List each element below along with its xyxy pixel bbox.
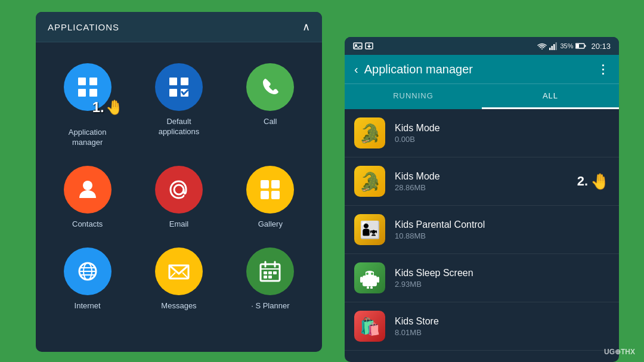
more-options-button[interactable]: ⋮ — [597, 62, 609, 76]
step2-indicator: 2. 🤚 — [577, 172, 609, 191]
gallery-item[interactable]: Gallery — [225, 157, 316, 239]
kids-parental-info: Kids Parental Control 10.88MB — [395, 219, 609, 240]
kids-sleep-name: Kids Sleep Screen — [395, 268, 609, 279]
kids-sleep-item[interactable]: Kids Sleep Screen 2.93MB — [345, 254, 619, 302]
status-time: 20:13 — [591, 42, 611, 51]
kids-mode-size-2: 28.86MB — [395, 183, 577, 192]
gallery-label: Gallery — [258, 219, 283, 230]
svg-rect-3 — [89, 89, 97, 97]
left-phone-panel: APPLICATIONS ∧ 1. 🤚 Applicationmanager — [36, 12, 322, 352]
applications-title: APPLICATIONS — [48, 22, 119, 32]
battery-percent: 35% — [560, 42, 573, 49]
kids-sleep-size: 2.93MB — [395, 280, 609, 289]
status-right-icons: 35% 20:13 — [537, 42, 611, 51]
svg-rect-46 — [377, 277, 379, 283]
svg-rect-6 — [169, 89, 177, 97]
kids-mode-size-1: 0.00B — [395, 135, 609, 144]
svg-rect-0 — [78, 78, 86, 85]
s-planner-icon — [246, 247, 294, 295]
kids-parental-icon: 👨‍👧 — [354, 214, 385, 245]
svg-rect-26 — [264, 271, 267, 274]
envelope-icon — [166, 258, 192, 284]
svg-rect-28 — [273, 271, 277, 274]
svg-rect-31 — [354, 43, 362, 49]
internet-icon — [64, 247, 112, 295]
svg-rect-45 — [360, 277, 363, 283]
wifi-icon — [537, 42, 547, 50]
at-icon — [166, 177, 192, 203]
svg-rect-41 — [585, 45, 586, 47]
download-icon — [365, 42, 373, 49]
s-planner-label: · S Planner — [251, 301, 289, 311]
svg-rect-40 — [576, 44, 579, 48]
kids-mode-item-2[interactable]: 🐊 Kids Mode 28.86MB 2. 🤚 — [345, 157, 619, 206]
gallery-grid-icon — [257, 177, 283, 203]
svg-rect-4 — [169, 78, 177, 85]
kids-mode-item-1[interactable]: 🐊 Kids Mode 0.00B — [345, 109, 619, 157]
tab-running[interactable]: RUNNING — [345, 84, 482, 109]
chevron-up-icon[interactable]: ∧ — [302, 20, 310, 33]
kids-store-size: 8.01MB — [395, 328, 609, 337]
messages-icon — [155, 247, 203, 295]
kids-sleep-icon — [354, 262, 385, 293]
calendar-icon — [257, 258, 283, 284]
svg-rect-30 — [268, 276, 272, 279]
svg-rect-48 — [370, 286, 373, 289]
kids-store-item[interactable]: 🛍️ Kids Store 8.01MB — [345, 302, 619, 351]
kids-mode-icon-1: 🐊 — [354, 117, 385, 148]
app-manager-title: Application manager — [364, 63, 473, 76]
messages-item[interactable]: Messages — [133, 239, 224, 320]
kids-parental-item[interactable]: 👨‍👧 Kids Parental Control 10.88MB — [345, 206, 619, 254]
kids-mode-name-1: Kids Mode — [395, 123, 609, 134]
person-icon — [75, 177, 101, 203]
status-bar: 35% 20:13 — [345, 37, 619, 55]
header-left: ‹ Application manager — [354, 63, 473, 76]
app-manager-item[interactable]: 1. 🤚 Applicationmanager — [42, 54, 133, 157]
call-icon — [246, 63, 294, 111]
email-item[interactable]: Email — [133, 157, 224, 239]
right-phone-panel: 35% 20:13 ‹ Application manager ⋮ RUNNIN… — [345, 37, 619, 362]
internet-item[interactable]: Internet — [42, 239, 133, 320]
default-apps-item[interactable]: Defaultapplications — [133, 54, 224, 157]
tab-all[interactable]: ALL — [482, 84, 619, 109]
svg-rect-12 — [261, 191, 269, 199]
default-apps-label: Defaultapplications — [159, 117, 200, 137]
svg-rect-27 — [268, 271, 272, 274]
kids-mode-info-1: Kids Mode 0.00B — [395, 123, 609, 144]
svg-rect-47 — [367, 286, 369, 289]
email-icon — [155, 166, 203, 214]
svg-rect-1 — [89, 78, 97, 85]
contacts-label: Contacts — [72, 219, 103, 230]
grid-icon — [75, 74, 101, 100]
app-manager-header: ‹ Application manager ⋮ — [345, 55, 619, 83]
svg-rect-5 — [181, 78, 188, 85]
svg-rect-10 — [261, 180, 269, 188]
grid-check-icon — [166, 74, 192, 100]
kids-mode-info-2: Kids Mode 28.86MB — [395, 171, 577, 192]
apps-grid: 1. 🤚 Applicationmanager Defaultapplicati… — [36, 42, 322, 332]
call-label: Call — [264, 117, 277, 127]
gallery-icon — [246, 166, 294, 214]
contacts-item[interactable]: Contacts — [42, 157, 133, 239]
back-button[interactable]: ‹ — [354, 63, 358, 76]
svg-rect-38 — [556, 42, 558, 50]
svg-rect-11 — [271, 180, 280, 188]
internet-label: Internet — [75, 301, 101, 311]
svg-rect-2 — [78, 89, 86, 97]
call-item[interactable]: Call — [225, 54, 316, 157]
svg-rect-35 — [549, 48, 551, 50]
email-label: Email — [169, 219, 189, 230]
svg-point-43 — [366, 273, 369, 275]
kids-mode-name-2: Kids Mode — [395, 171, 577, 182]
hand-cursor-2: 🤚 — [590, 172, 609, 191]
hand-cursor-1: 🤚 — [106, 99, 123, 116]
kids-mode-icon-2: 🐊 — [354, 166, 385, 197]
kids-store-name: Kids Store — [395, 316, 609, 327]
s-planner-item[interactable]: · S Planner — [225, 239, 316, 320]
svg-rect-36 — [552, 46, 553, 50]
svg-point-8 — [83, 181, 92, 190]
svg-rect-42 — [363, 276, 377, 286]
svg-rect-13 — [271, 191, 280, 199]
app-manager-label: Applicationmanager — [69, 128, 107, 148]
kids-store-info: Kids Store 8.01MB — [395, 316, 609, 337]
